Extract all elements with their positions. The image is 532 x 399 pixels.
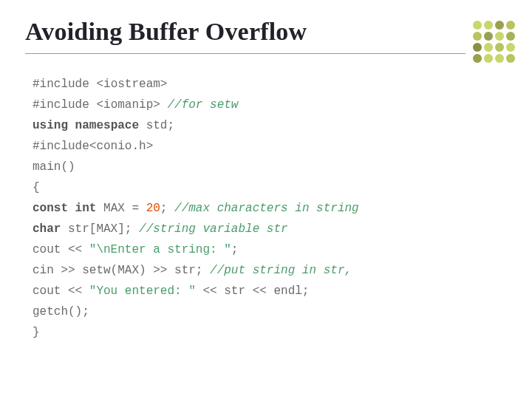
dot <box>484 43 493 52</box>
code-text: { <box>33 181 40 194</box>
code-text: << str << endl; <box>196 284 310 298</box>
dot <box>506 32 515 41</box>
code-text: ; <box>160 202 174 215</box>
code-text: #include <box>33 98 96 112</box>
code-text: getch(); <box>33 305 89 318</box>
code-text: std; <box>139 119 174 132</box>
code-text: } <box>33 326 40 339</box>
dot <box>473 21 482 30</box>
code-text: cout << <box>33 243 89 256</box>
dot <box>506 21 515 30</box>
code-line: using namespace std; <box>33 115 488 136</box>
dot <box>473 32 482 41</box>
slide-title: Avoiding Buffer Overflow <box>25 18 466 46</box>
code-line: { <box>33 177 488 198</box>
dot <box>495 54 504 63</box>
code-text: #include <box>33 78 96 91</box>
code-text: main() <box>33 160 75 174</box>
slide: Avoiding Buffer Overflow #include <iostr… <box>0 0 532 399</box>
code-keyword: using <box>33 119 68 132</box>
code-line: cout << "You entered: " << str << endl; <box>33 281 488 301</box>
code-keyword: namespace <box>68 119 139 132</box>
code-line: #include <iomanip> //for setw <box>33 95 488 115</box>
code-line: } <box>33 322 488 343</box>
dot <box>506 43 515 52</box>
code-string: "\nEnter a string: " <box>89 243 231 256</box>
dot <box>506 54 515 63</box>
code-number: 20 <box>146 202 160 215</box>
code-text: cout << <box>33 284 89 298</box>
code-text: <iomanip> <box>96 98 160 112</box>
dot <box>484 32 493 41</box>
dot <box>495 43 504 52</box>
dot <box>495 21 504 30</box>
code-line: const int MAX = 20; //max characters in … <box>33 198 488 219</box>
code-string: "You entered: " <box>89 284 196 298</box>
title-wrap: Avoiding Buffer Overflow <box>25 18 466 54</box>
code-line: main() <box>33 157 488 177</box>
code-line: cin >> setw(MAX) >> str; //put string in… <box>33 260 488 281</box>
dot <box>473 54 482 63</box>
code-comment: //string variable str <box>139 222 288 236</box>
dot <box>484 21 493 30</box>
code-line: char str[MAX]; //string variable str <box>33 219 488 239</box>
code-keyword: char <box>33 222 61 236</box>
code-text: <iostream> <box>96 78 167 91</box>
code-line: #include <iostream> <box>33 74 488 95</box>
decorative-dot-grid <box>473 21 519 65</box>
code-line: cout << "\nEnter a string: "; <box>33 239 488 260</box>
code-block: #include <iostream> #include <iomanip> /… <box>33 74 488 343</box>
code-comment: //max characters in string <box>174 202 359 215</box>
code-text: #include <box>33 140 89 153</box>
code-comment: //put string in str, <box>210 264 352 277</box>
code-line: #include<conio.h> <box>33 136 488 157</box>
code-text: <conio.h> <box>89 140 153 153</box>
code-keyword: int <box>68 202 96 215</box>
code-text: MAX = <box>96 202 146 215</box>
dot <box>473 43 482 52</box>
code-text: str[MAX]; <box>61 222 139 236</box>
code-comment: //for setw <box>160 98 239 112</box>
code-text: cin >> setw(MAX) >> str; <box>33 264 210 277</box>
code-keyword: const <box>33 202 68 215</box>
code-line: getch(); <box>33 301 488 322</box>
dot <box>484 54 493 63</box>
dot <box>495 32 504 41</box>
code-text: ; <box>231 243 239 256</box>
